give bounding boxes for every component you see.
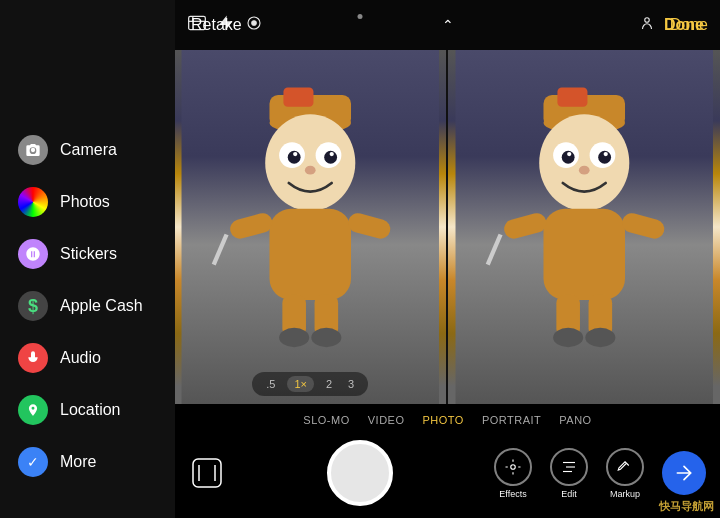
location-icon [18,395,48,425]
sidebar-item-camera[interactable]: Camera [0,124,175,176]
svg-point-14 [293,152,297,156]
sidebar: Camera Photos Stickers $ Apple Cash Audi… [0,0,175,518]
more-icon: ✓ [18,447,48,477]
edit-button[interactable]: Edit [550,448,588,499]
share-done-button[interactable]: Done [664,16,704,34]
capture-left-controls [189,455,225,491]
svg-point-4 [645,18,650,23]
sidebar-item-audio[interactable]: Audio [0,332,175,384]
svg-point-35 [603,152,607,156]
send-button[interactable] [662,451,706,495]
svg-point-29 [539,114,629,211]
sidebar-item-more[interactable]: ✓ More [0,436,175,488]
zoom-1x-button[interactable]: 1× [287,376,314,392]
sidebar-item-photos[interactable]: Photos [0,176,175,228]
markup-icon [606,448,644,486]
svg-point-15 [330,152,334,156]
viewfinders: .5 1× 2 3 [175,50,720,404]
camera-label: Camera [60,141,117,159]
photos-label: Photos [60,193,110,211]
retake-button[interactable]: Retake [191,16,242,34]
svg-point-46 [511,464,516,469]
effects-label: Effects [499,489,526,499]
capture-right-controls: Effects Edit [494,448,706,499]
svg-point-9 [265,114,355,211]
mode-selector: SLO-MO VIDEO PHOTO PORTRAIT PANO [175,404,720,432]
mode-portrait[interactable]: PORTRAIT [482,414,541,426]
camera-icon [18,135,48,165]
svg-point-24 [311,328,341,347]
mode-pano[interactable]: PANO [559,414,591,426]
gallery-thumbnail[interactable] [189,455,225,491]
photos-icon [18,187,48,217]
svg-point-23 [279,328,309,347]
capture-row: Effects Edit [175,432,720,518]
viewfinder-left: .5 1× 2 3 [175,50,448,404]
stickers-icon [18,239,48,269]
markup-label: Markup [610,489,640,499]
zoom-05-button[interactable]: .5 [262,376,279,392]
zoom-3-button[interactable]: 3 [344,376,358,392]
live-photo-icon[interactable] [245,14,263,36]
toolbar-center: ⌃ [442,17,454,33]
effects-button[interactable]: Effects [494,448,532,499]
apple-cash-icon: $ [18,291,48,321]
svg-point-2 [252,21,257,26]
svg-rect-17 [269,209,351,300]
sidebar-item-stickers[interactable]: Stickers [0,228,175,280]
top-dot-indicator [358,14,363,19]
svg-point-44 [585,328,615,347]
svg-rect-45 [193,459,221,487]
toy-image-left [175,50,446,404]
mode-video[interactable]: VIDEO [368,414,405,426]
svg-point-43 [553,328,583,347]
zoom-controls: .5 1× 2 3 [252,372,368,396]
apple-cash-label: Apple Cash [60,297,143,315]
svg-rect-37 [543,209,625,300]
location-label: Location [60,401,121,419]
portrait-icon[interactable] [638,14,656,36]
more-label: More [60,453,96,471]
edit-label: Edit [561,489,577,499]
mode-slomo[interactable]: SLO-MO [303,414,349,426]
audio-icon [18,343,48,373]
edit-icon [550,448,588,486]
main-camera-area: ⌃ Done [175,0,720,518]
sidebar-item-location[interactable]: Location [0,384,175,436]
zoom-2-button[interactable]: 2 [322,376,336,392]
markup-button[interactable]: Markup [606,448,644,499]
svg-point-16 [305,166,316,175]
shutter-button[interactable] [327,440,393,506]
svg-rect-8 [283,88,313,107]
svg-point-36 [578,166,589,175]
viewfinder-right [448,50,721,404]
audio-label: Audio [60,349,101,367]
camera-toolbar: ⌃ Done [175,0,720,50]
toy-image-right [448,50,721,404]
svg-rect-28 [557,88,587,107]
chevron-up-icon[interactable]: ⌃ [442,17,454,33]
svg-point-34 [567,152,571,156]
effects-icon [494,448,532,486]
mode-photo[interactable]: PHOTO [422,414,463,426]
stickers-label: Stickers [60,245,117,263]
sidebar-item-apple-cash[interactable]: $ Apple Cash [0,280,175,332]
bottom-controls: SLO-MO VIDEO PHOTO PORTRAIT PANO [175,404,720,518]
